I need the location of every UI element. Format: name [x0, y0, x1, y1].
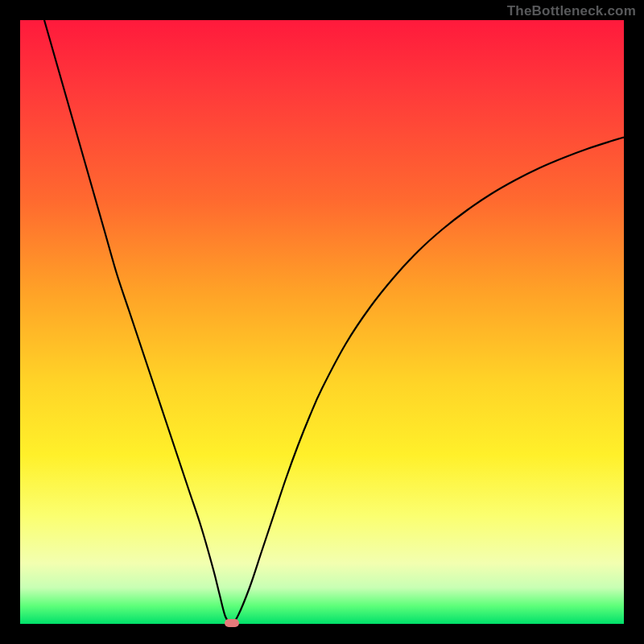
curve-layer [20, 20, 624, 624]
minimum-marker [225, 619, 239, 627]
bottleneck-curve [44, 20, 624, 623]
plot-area [20, 20, 624, 624]
chart-frame: TheBottleneck.com [0, 0, 644, 644]
watermark-text: TheBottleneck.com [507, 3, 636, 19]
